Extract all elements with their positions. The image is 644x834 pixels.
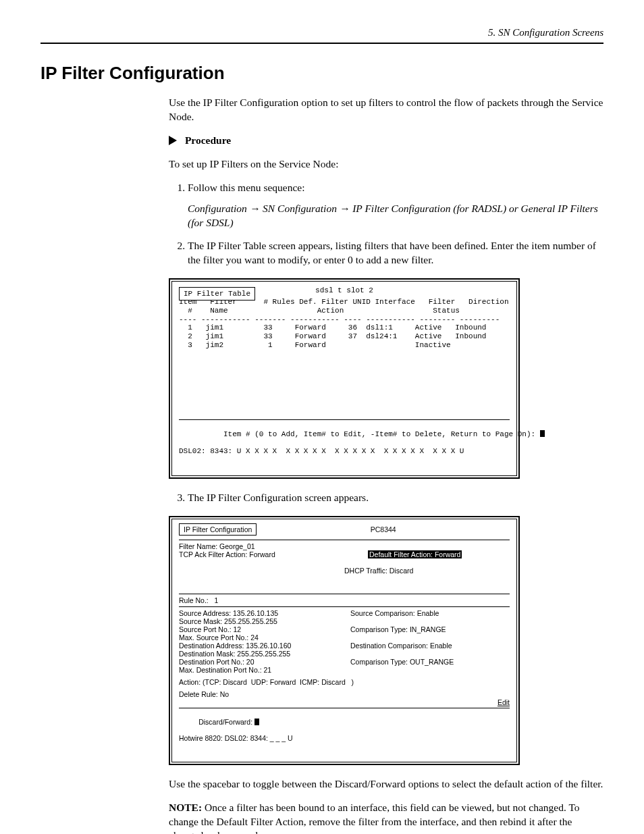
cursor-icon — [254, 719, 259, 725]
screen1-prompt: Item # (0 to Add, Item# to Edit, -Item# … — [223, 430, 540, 438]
step-2: The IP Filter Table screen appears, list… — [188, 239, 603, 267]
procedure-heading: Procedure — [169, 134, 603, 148]
screen1-status: DSL02: 8343: U X X X X X X X X X X X X X… — [179, 447, 510, 456]
edit-link[interactable]: Edit — [179, 698, 510, 706]
step-1-text: Follow this menu sequence: — [188, 182, 305, 193]
screenshot-ip-filter-table: IP Filter Table sdsl t slot 2 Item Filte… — [169, 278, 520, 479]
screen2-tab: IP Filter Configuration — [179, 523, 257, 536]
screen2-rule-no: Rule No.: 1 — [179, 596, 510, 604]
screen2-top-left: Filter Name: George_01 TCP Ack Filter Ac… — [179, 542, 344, 591]
menu-seq-rest: → SN Configuration → IP Filter Configura… — [188, 203, 598, 228]
intro-paragraph: Use the IP Filter Configuration option t… — [169, 96, 603, 124]
note-text: Once a filter has been bound to an inter… — [169, 802, 580, 834]
screenshot-ip-filter-config: IP Filter Configuration PC8344 Filter Na… — [169, 516, 520, 765]
screen2-prompt-row[interactable]: Discard/Forward: Hotwire 8820: DSL02: 83… — [179, 708, 510, 758]
divider — [179, 540, 510, 540]
screen1-prompt-row[interactable]: Item # (0 to Add, Item# to Edit, -Item# … — [179, 419, 510, 473]
step-3: The IP Filter Configuration screen appea… — [188, 491, 603, 505]
screen2-delete-rule: Delete Rule: No — [179, 690, 510, 698]
screen2-right-block: Source Comparison: Enable Comparison Typ… — [350, 609, 510, 675]
menu-seq-first: Configuration — [188, 203, 247, 214]
procedure-label: Procedure — [185, 134, 231, 146]
arrow-icon — [169, 136, 177, 145]
note-label: NOTE: — [169, 802, 202, 813]
divider — [179, 606, 510, 607]
screen2-prompt: Discard/Forward: — [198, 718, 254, 726]
screen1-title: sdsl t slot 2 — [179, 286, 510, 296]
after-p1: Use the spacebar to toggle between the D… — [169, 777, 603, 791]
screen1-headers: Item Filter # Rules Def. Filter UNID Int… — [179, 298, 510, 323]
header-rule — [41, 43, 603, 44]
screen2-status: Hotwire 8820: DSL02: 8344: _ _ _ U — [179, 734, 510, 742]
cursor-icon — [540, 430, 545, 437]
after-p2: NOTE: Once a filter has been bound to an… — [169, 801, 603, 834]
screen1-rows: 1 jim1 33 Forward 36 dsl1:1 Active Inbou… — [179, 323, 510, 418]
step-1: Follow this menu sequence: Configuration… — [188, 181, 603, 230]
divider — [179, 594, 510, 594]
section-title: IP Filter Configuration — [41, 63, 603, 84]
screen2-action-line: Action: (TCP: Discard UDP: Forward ICMP:… — [179, 678, 510, 686]
screen2-title: PC8344 — [257, 525, 510, 534]
screen2-default-action: Default Filter Action: Forward — [368, 550, 462, 558]
screen2-dhcp: DHCP Traffic: Discard — [344, 567, 510, 575]
running-header: 5. SN Configuration Screens — [41, 27, 603, 38]
screen2-left-block: Source Address: 135.26.10.135 Source Mas… — [179, 609, 338, 675]
procedure-intro: To set up IP Filters on the Service Node… — [169, 157, 603, 172]
